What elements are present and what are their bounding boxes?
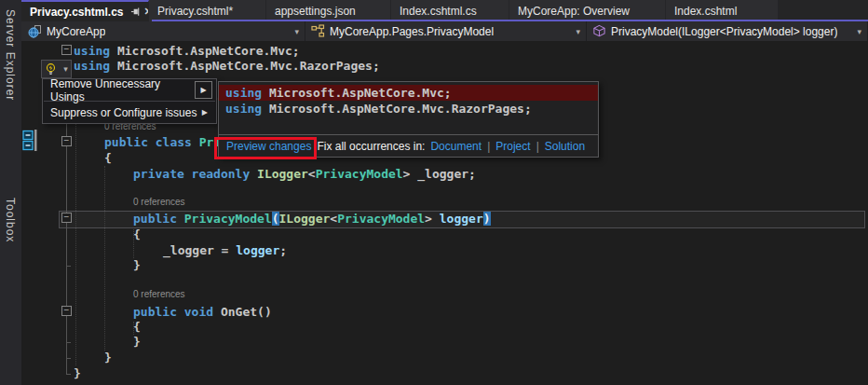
outlining-corner — [66, 266, 71, 267]
code-token: } — [133, 258, 141, 272]
code-token: logger — [236, 243, 279, 257]
scope-separator: | — [487, 140, 490, 153]
fix-scope-document-link[interactable]: Document — [430, 140, 481, 153]
menu-item-remove-unnecessary-usings[interactable]: Remove Unnecessary Usings ▶ — [43, 79, 216, 101]
code-token: { — [104, 151, 112, 165]
type-dropdown[interactable]: MyCoreApp.Pages.PrivacyModel ▾ — [305, 21, 587, 41]
code-token: Microsoft.AspNetCore.Mvc; — [262, 86, 452, 100]
class-icon — [311, 24, 325, 38]
outlining-corner — [66, 358, 71, 359]
member-dropdown[interactable]: PrivacyModel(ILogger<PrivacyModel> logge… — [587, 21, 868, 41]
code-line[interactable]: using Microsoft.AspNetCore.Mvc.RazorPage… — [74, 59, 380, 74]
code-token: using — [74, 59, 110, 73]
tab-appsettings-json[interactable]: appsettings.json — [266, 0, 391, 21]
quick-actions-button[interactable]: ▾ — [41, 60, 72, 78]
code-line[interactable]: using Microsoft.AspNetCore.Mvc; — [74, 44, 300, 59]
code-token: ) — [483, 212, 491, 226]
fix-scope-solution-link[interactable]: Solution — [545, 140, 585, 153]
code-token: { — [133, 227, 141, 241]
fold-collapse-icon[interactable]: − — [61, 213, 72, 223]
code-token: OnGet() — [221, 305, 272, 319]
code-token: < — [330, 212, 337, 226]
tab-label: Index.cshtml.cs — [400, 5, 477, 18]
code-line[interactable]: } — [133, 335, 141, 350]
code-line[interactable]: public PrivacyModel(ILogger<PrivacyModel… — [133, 212, 491, 227]
document-tab-bar: Privacy.cshtml.cs ✕ Privacy.cshtml* apps… — [21, 0, 868, 21]
code-token: ( — [272, 212, 279, 226]
margin-glyph-icon[interactable] — [22, 129, 38, 152]
chevron-down-icon[interactable]: ▾ — [576, 27, 580, 36]
code-line[interactable]: public void OnGet() — [133, 305, 272, 320]
navigation-bar: MyCoreApp ▾ MyCoreApp.Pages.PrivacyModel… — [21, 21, 868, 41]
code-token: Microsoft.AspNetCore.Mvc.RazorPages; — [262, 102, 532, 116]
code-token: logger — [440, 212, 483, 226]
project-globe-icon — [27, 24, 42, 39]
left-tool-strip: Server Explorer Toolbox — [0, 0, 21, 385]
project-dropdown[interactable]: MyCoreApp ▾ — [21, 21, 305, 41]
fold-collapse-icon[interactable]: − — [61, 306, 72, 316]
fix-scope-project-link[interactable]: Project — [495, 140, 530, 153]
code-line[interactable]: { — [133, 320, 141, 335]
quick-actions-menu: Remove Unnecessary Usings ▶ Suppress or … — [42, 78, 217, 124]
tab-mycoreapp-overview[interactable]: MyCoreApp: Overview — [509, 0, 666, 21]
preview-code-line: using Microsoft.AspNetCore.Mvc.RazorPage… — [219, 101, 598, 117]
submenu-arrow-icon: ▶ — [202, 108, 208, 117]
pin-icon[interactable] — [130, 7, 141, 17]
submenu-arrow-icon[interactable]: ▶ — [195, 81, 212, 99]
tab-label: MyCoreApp: Overview — [518, 5, 630, 18]
sidebar-item-server-explorer[interactable]: Server Explorer — [4, 9, 17, 101]
code-token: public void — [133, 305, 221, 319]
code-token: private readonly — [133, 167, 257, 181]
code-token: public — [133, 212, 184, 226]
code-token: } — [133, 335, 141, 349]
tab-privacy-cshtml[interactable]: Privacy.cshtml* — [149, 0, 266, 21]
chevron-down-icon[interactable]: ▾ — [294, 27, 299, 36]
code-token: ILogger — [279, 212, 331, 226]
code-token: } — [104, 351, 112, 364]
preview-deleted-line: using Microsoft.AspNetCore.Mvc; — [219, 85, 598, 101]
code-line[interactable]: } — [74, 366, 81, 381]
code-line[interactable]: _logger = logger; — [163, 243, 287, 258]
tab-index-cshtml[interactable]: Index.cshtml — [666, 0, 779, 21]
tab-label: Index.cshtml — [674, 5, 737, 18]
tab-label: Privacy.cshtml.cs — [30, 6, 124, 19]
outlining-line — [66, 124, 67, 374]
fix-all-label: Fix all occurrences in: — [317, 140, 425, 153]
project-name: MyCoreApp — [47, 25, 105, 38]
codelens-references[interactable]: 0 references — [133, 289, 185, 299]
code-token: using — [225, 102, 262, 116]
fold-collapse-icon[interactable]: − — [61, 45, 72, 55]
code-line[interactable]: { — [133, 227, 141, 242]
code-token: > _logger; — [403, 167, 476, 181]
fold-collapse-icon[interactable]: − — [61, 136, 72, 146]
code-token: PrivacyModel — [337, 212, 425, 226]
code-token: Microsoft.AspNetCore.Mvc.RazorPages; — [110, 59, 380, 73]
preview-code-line — [219, 117, 598, 132]
type-name: MyCoreApp.Pages.PrivacyModel — [330, 25, 494, 38]
code-token: PrivacyModel — [316, 167, 403, 181]
chevron-down-icon[interactable]: ▾ — [63, 64, 68, 74]
tab-label: appsettings.json — [275, 5, 356, 18]
code-line[interactable]: { — [104, 151, 112, 166]
tab-actions: ✕ — [130, 7, 149, 17]
menu-item-suppress-or-configure[interactable]: Suppress or Configure issues ▶ — [43, 102, 216, 123]
code-token: < — [308, 167, 316, 181]
codelens-references[interactable]: 0 references — [133, 197, 185, 207]
code-token: PrivacyModel — [184, 212, 272, 226]
code-token: using — [225, 86, 262, 100]
tab-index-cshtml-cs[interactable]: Index.cshtml.cs — [391, 0, 509, 21]
scope-separator: | — [536, 140, 539, 153]
menu-item-label: Suppress or Configure issues — [50, 106, 197, 119]
chevron-down-icon[interactable]: ▾ — [857, 27, 861, 36]
code-token: Microsoft.AspNetCore.Mvc; — [110, 44, 300, 58]
preview-code-block: using Microsoft.AspNetCore.Mvc;using Mic… — [219, 82, 598, 132]
tab-privacy-cshtml-cs[interactable]: Privacy.cshtml.cs ✕ — [21, 0, 149, 21]
outlining-corner — [66, 342, 71, 343]
code-line[interactable]: private readonly ILogger<PrivacyModel> _… — [133, 167, 476, 182]
sidebar-item-toolbox[interactable]: Toolbox — [4, 198, 17, 242]
tab-label: Privacy.cshtml* — [157, 5, 233, 18]
code-token: _logger = — [163, 243, 236, 257]
code-line[interactable]: } — [133, 258, 141, 273]
code-line[interactable]: } — [104, 351, 112, 365]
outlining-corner — [66, 374, 71, 375]
